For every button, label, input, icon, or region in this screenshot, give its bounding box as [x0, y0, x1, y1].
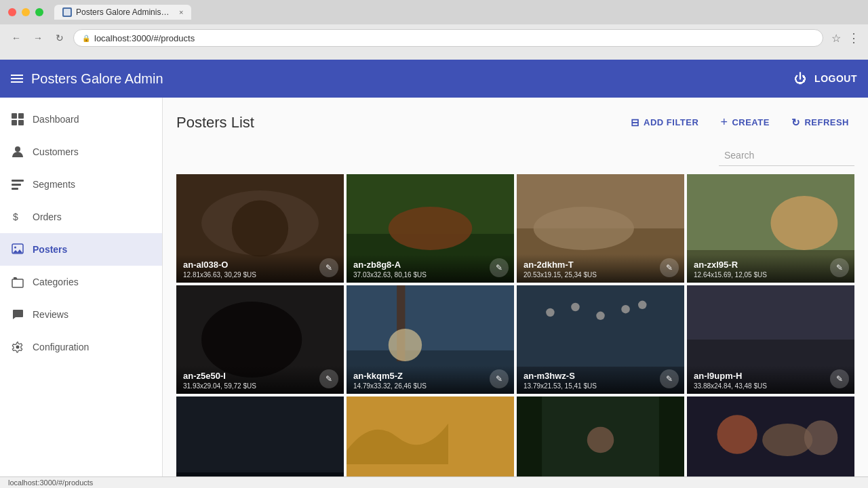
poster-card-overlay: an-zxl95-R 12.64x15.69, 12,05 $US: [687, 254, 854, 283]
sidebar-item-categories[interactable]: Categories: [0, 266, 162, 298]
svg-point-35: [571, 303, 579, 311]
svg-rect-12: [12, 279, 23, 287]
sidebar-item-reviews[interactable]: Reviews: [0, 298, 162, 331]
svg-rect-8: [12, 188, 18, 190]
poster-card[interactable]: an-zb8g8-A 37.03x32.63, 80,16 $US ✎: [347, 174, 514, 283]
poster-card[interactable]: ✎: [176, 396, 344, 488]
plus-icon: +: [720, 115, 728, 129]
browser-minimize-btn[interactable]: [22, 8, 30, 16]
poster-card[interactable]: an-zxl95-R 12.64x15.69, 12,05 $US ✎: [687, 174, 854, 283]
app-title: Posters Galore Admin: [31, 71, 163, 87]
poster-card[interactable]: an-kkqm5-Z 14.79x33.32, 26,46 $US ✎: [347, 285, 514, 394]
sidebar-label-reviews: Reviews: [33, 309, 68, 320]
poster-card[interactable]: be-k9udr-U ✎: [517, 396, 684, 488]
poster-edit-button[interactable]: ✎: [319, 258, 338, 277]
browser-close-btn[interactable]: [8, 8, 16, 16]
svg-rect-3: [12, 120, 17, 125]
poster-edit-button[interactable]: ✎: [830, 258, 849, 277]
status-bar: localhost:3000/#/products: [0, 476, 868, 488]
svg-point-36: [596, 312, 604, 320]
svg-rect-2: [18, 113, 24, 119]
svg-point-16: [232, 200, 288, 256]
poster-card-info: 20.53x19.15, 25,34 $US: [524, 271, 677, 279]
refresh-button[interactable]: ↻ REFRESH: [786, 113, 854, 133]
svg-point-19: [389, 207, 473, 250]
logout-button[interactable]: LOGOUT: [814, 73, 857, 84]
svg-rect-45: [517, 396, 542, 488]
svg-rect-1: [12, 113, 17, 119]
svg-point-38: [638, 301, 646, 309]
sidebar-item-posters[interactable]: Posters: [0, 233, 162, 266]
poster-card-info: 13.79x21.53, 15,41 $US: [524, 382, 677, 390]
poster-edit-button[interactable]: ✎: [830, 369, 849, 388]
poster-edit-button[interactable]: ✎: [490, 258, 509, 277]
tab-close-icon[interactable]: ×: [179, 8, 183, 16]
poster-card[interactable]: an-2dkhm-T 20.53x19.15, 25,34 $US ✎: [517, 174, 684, 283]
address-bar[interactable]: 🔒 localhost:3000/#/products: [73, 29, 823, 47]
svg-rect-0: [64, 9, 71, 16]
forward-button[interactable]: →: [30, 30, 46, 46]
poster-card[interactable]: an-l9upm-H 33.88x24.84, 43,48 $US ✎: [687, 285, 854, 394]
menu-toggle[interactable]: [11, 75, 23, 83]
svg-rect-6: [12, 180, 24, 182]
svg-rect-46: [659, 396, 684, 488]
reload-button[interactable]: ↻: [52, 30, 68, 46]
poster-card[interactable]: an-ytst7-R ✎: [347, 396, 514, 488]
status-url: localhost:3000/#/products: [8, 479, 93, 487]
poster-card[interactable]: be-n8q2z-T ✎: [687, 396, 854, 488]
sidebar: Dashboard Customers Segments: [0, 98, 163, 488]
poster-card[interactable]: an-m3hwz-S 13.79x21.53, 15,41 $US ✎: [517, 285, 684, 394]
menu-icon[interactable]: ⋮: [848, 30, 860, 45]
orders-icon: $: [11, 210, 24, 224]
sidebar-label-configuration: Configuration: [33, 342, 89, 352]
bookmark-icon[interactable]: ☆: [831, 32, 841, 45]
power-icon[interactable]: ⏻: [794, 72, 806, 86]
posters-icon: [11, 243, 24, 256]
dashboard-icon: [11, 113, 24, 126]
back-button[interactable]: ←: [8, 30, 24, 46]
poster-card-name: an-kkqm5-Z: [353, 371, 507, 381]
refresh-label: REFRESH: [804, 117, 849, 127]
svg-rect-7: [12, 184, 21, 186]
sidebar-item-customers[interactable]: Customers: [0, 136, 162, 168]
svg-point-51: [804, 420, 837, 455]
poster-edit-button[interactable]: ✎: [660, 369, 679, 388]
sidebar-item-configuration[interactable]: Configuration: [0, 331, 162, 363]
poster-card-overlay: an-zb8g8-A 37.03x32.63, 80,16 $US: [347, 254, 514, 283]
sidebar-label-posters: Posters: [33, 244, 67, 255]
browser-toolbar: ← → ↻ 🔒 localhost:3000/#/products ☆ ⋮: [0, 24, 868, 52]
poster-card-info: 33.88x24.84, 43,48 $US: [694, 382, 848, 390]
sidebar-label-customers: Customers: [33, 146, 79, 157]
poster-edit-button[interactable]: ✎: [660, 258, 679, 277]
svg-rect-4: [18, 120, 24, 125]
browser-maximize-btn[interactable]: [35, 8, 43, 16]
sidebar-item-orders[interactable]: $ Orders: [0, 201, 162, 233]
svg-point-11: [14, 247, 16, 249]
poster-edit-button[interactable]: ✎: [319, 369, 338, 388]
person-icon: [11, 145, 24, 159]
browser-tab[interactable]: Posters Galore Administration ×: [54, 5, 191, 20]
poster-card-name: an-l9upm-H: [694, 371, 848, 381]
poster-card-name: an-al038-O: [183, 260, 337, 270]
address-text: localhost:3000/#/products: [94, 33, 195, 43]
poster-card-name: an-zxl95-R: [694, 260, 848, 270]
sidebar-item-segments[interactable]: Segments: [0, 168, 162, 201]
svg-point-37: [621, 305, 629, 313]
sidebar-label-dashboard: Dashboard: [33, 114, 79, 125]
sidebar-label-segments: Segments: [33, 179, 75, 190]
poster-card[interactable]: an-al038-O 12.81x36.63, 30,29 $US ✎: [176, 174, 344, 283]
poster-card-info: 31.93x29.04, 59,72 $US: [183, 382, 337, 390]
poster-card-name: an-z5e50-I: [183, 371, 337, 381]
svg-point-31: [389, 329, 422, 361]
sidebar-label-orders: Orders: [33, 211, 62, 222]
create-button[interactable]: + CREATE: [715, 111, 775, 134]
poster-card[interactable]: an-z5e50-I 31.93x29.04, 59,72 $US ✎: [176, 285, 344, 394]
gear-icon: [11, 340, 24, 354]
search-input[interactable]: [719, 144, 854, 166]
categories-icon: [11, 275, 24, 289]
app-header: Posters Galore Admin ⏻ LOGOUT: [0, 60, 868, 98]
sidebar-item-dashboard[interactable]: Dashboard: [0, 103, 162, 136]
filter-icon: ⊟: [631, 117, 640, 129]
poster-edit-button[interactable]: ✎: [490, 369, 509, 388]
add-filter-button[interactable]: ⊟ ADD FILTER: [625, 113, 705, 133]
